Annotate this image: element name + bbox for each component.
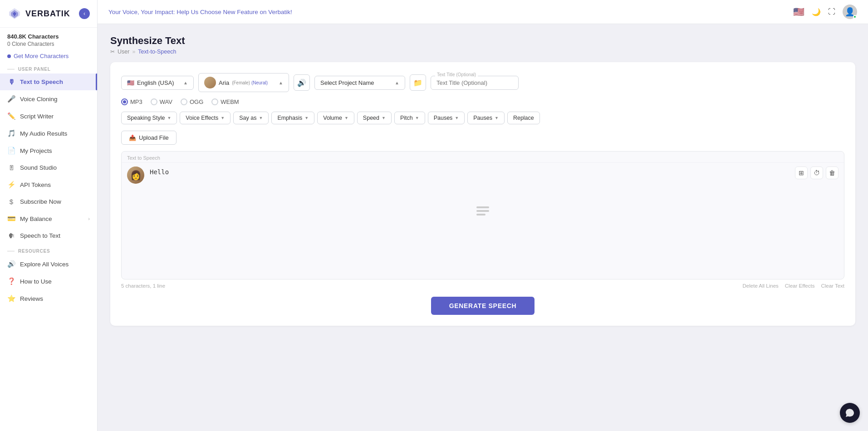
replace-label: Replace bbox=[513, 115, 534, 121]
volume-button[interactable]: Volume ▼ bbox=[317, 112, 354, 124]
sidebar-item-my-balance[interactable]: 💳 My Balance › bbox=[0, 210, 97, 227]
page-header: Synthesize Text ✂ User » Text-to-Speech bbox=[110, 35, 855, 55]
sidebar-item-script-writer-label: Script Writer bbox=[20, 113, 54, 120]
chat-support-button[interactable] bbox=[840, 403, 860, 423]
format-webm[interactable]: WEBM bbox=[211, 98, 239, 105]
generate-speech-button[interactable]: GENERATE SPEECH bbox=[431, 297, 535, 315]
title-input[interactable] bbox=[431, 76, 519, 90]
avatar-image: 👩 bbox=[127, 167, 144, 184]
sidebar-item-my-projects[interactable]: 📄 My Projects bbox=[0, 142, 97, 159]
online-status-indicator bbox=[853, 15, 857, 19]
preview-voice-button[interactable]: 🔊 bbox=[294, 74, 310, 91]
get-more-characters-button[interactable]: Get More Characters bbox=[0, 50, 97, 62]
volume-label: Volume bbox=[323, 115, 342, 121]
dark-mode-icon[interactable]: 🌙 bbox=[812, 8, 821, 16]
fullscreen-icon[interactable]: ⛶ bbox=[828, 8, 835, 16]
format-ogg[interactable]: OGG bbox=[181, 98, 203, 105]
delete-all-lines-link[interactable]: Delete All Lines bbox=[743, 283, 779, 289]
ogg-label: OGG bbox=[190, 98, 203, 105]
script-icon: ✏️ bbox=[7, 112, 15, 120]
project-selector[interactable]: Select Project Name ▲ bbox=[314, 76, 405, 90]
sidebar-item-api-tokens[interactable]: ⚡ API Tokens bbox=[0, 176, 97, 193]
controls-row: 🇺🇸 English (USA) ▲ Aria (Female) (Neural… bbox=[121, 73, 844, 92]
speed-chevron: ▼ bbox=[382, 116, 386, 120]
speaking-style-button[interactable]: Speaking Style ▼ bbox=[121, 112, 177, 124]
language-selector[interactable]: 🇺🇸 English (USA) ▲ bbox=[121, 76, 194, 90]
sidebar-item-subscribe[interactable]: $ Subscribe Now bbox=[0, 193, 97, 210]
flag-icon: 🇺🇸 bbox=[127, 79, 134, 86]
speed-button[interactable]: Speed ▼ bbox=[357, 112, 392, 124]
pitch-chevron: ▼ bbox=[415, 116, 419, 120]
user-avatar-wrap[interactable]: 👤 bbox=[843, 5, 857, 19]
sidebar-item-text-to-speech[interactable]: 🎙 Text to Speech bbox=[0, 73, 97, 90]
delete-text-button[interactable]: 🗑 bbox=[826, 167, 839, 179]
page-content: Synthesize Text ✂ User » Text-to-Speech … bbox=[98, 24, 868, 431]
clear-effects-link[interactable]: Clear Effects bbox=[785, 283, 815, 289]
upload-icon: 📤 bbox=[129, 134, 136, 141]
sidebar-item-my-audio-results[interactable]: 🎵 My Audio Results bbox=[0, 125, 97, 142]
sidebar-logo: VERBATIK ‹ bbox=[0, 0, 97, 28]
say-as-button[interactable]: Say as ▼ bbox=[233, 112, 269, 124]
layers-icon bbox=[476, 206, 489, 216]
pitch-button[interactable]: Pitch ▼ bbox=[394, 112, 425, 124]
format-row: MP3 WAV OGG WEBM bbox=[121, 98, 844, 105]
sidebar-item-how-to-use[interactable]: ❓ How to Use bbox=[0, 273, 97, 290]
chevron-right-icon: › bbox=[88, 216, 90, 221]
speed-label: Speed bbox=[363, 115, 379, 121]
char-count: 5 characters, 1 line bbox=[121, 283, 165, 289]
sidebar-item-text-to-speech-label: Text to Speech bbox=[20, 78, 63, 85]
format-mp3[interactable]: MP3 bbox=[121, 98, 142, 105]
clone-character-count: 0 Clone Characters bbox=[7, 41, 90, 47]
svg-rect-4 bbox=[476, 210, 489, 212]
sidebar-item-subscribe-label: Subscribe Now bbox=[20, 198, 61, 205]
speaking-style-label: Speaking Style bbox=[127, 115, 165, 121]
tts-text-input[interactable]: Hello bbox=[150, 167, 786, 194]
say-as-chevron: ▼ bbox=[259, 116, 263, 120]
verbatik-logo-icon bbox=[7, 6, 22, 21]
settings-text-button[interactable]: ⊞ bbox=[795, 167, 808, 179]
mp3-radio bbox=[121, 98, 128, 105]
sidebar-item-voice-cloning[interactable]: 🎤 Voice Cloning bbox=[0, 90, 97, 108]
add-line-icon[interactable] bbox=[122, 197, 844, 225]
sidebar-item-explore-voices[interactable]: 🔊 Explore All Voices bbox=[0, 255, 97, 273]
explore-icon: 🔊 bbox=[7, 260, 15, 268]
api-icon: ⚡ bbox=[7, 181, 15, 189]
language-flag-icon[interactable]: 🇺🇸 bbox=[793, 6, 804, 17]
chevron-down-icon: ▲ bbox=[183, 80, 188, 85]
folder-button[interactable]: 📁 bbox=[410, 74, 426, 91]
get-more-label: Get More Characters bbox=[14, 53, 69, 59]
voice-selector[interactable]: Aria (Female) (Neural) ▲ bbox=[198, 73, 289, 92]
sidebar-item-script-writer[interactable]: ✏️ Script Writer bbox=[0, 108, 97, 125]
project-label: Select Project Name bbox=[320, 79, 374, 86]
upload-file-button[interactable]: 📤 Upload File bbox=[121, 131, 177, 145]
sidebar-item-how-to-use-label: How to Use bbox=[20, 278, 52, 285]
sidebar-item-speech-to-text[interactable]: 🗣 Speech to Text bbox=[0, 227, 97, 244]
sidebar-item-sound-studio[interactable]: 🎚 Sound Studio bbox=[0, 159, 97, 176]
textarea-footer: 5 characters, 1 line Delete All Lines Cl… bbox=[121, 283, 844, 289]
breadcrumb-home: User bbox=[118, 49, 129, 55]
collapse-sidebar-button[interactable]: ‹ bbox=[79, 8, 90, 19]
emphasis-button[interactable]: Emphasis ▼ bbox=[271, 112, 314, 124]
pauses-button-1[interactable]: Pauses ▼ bbox=[428, 112, 465, 124]
sidebar-item-my-projects-label: My Projects bbox=[20, 147, 52, 154]
voice-cloning-icon: 🎤 bbox=[7, 95, 15, 103]
upload-label: Upload File bbox=[139, 134, 169, 141]
characters-section: 840.8K Characters 0 Clone Characters bbox=[0, 28, 97, 50]
audio-icon: 🎵 bbox=[7, 129, 15, 137]
voice-gender-badge: (Female) (Neural) bbox=[232, 80, 268, 85]
text-row: 👩 Hello ⊞ ⏱ 🗑 bbox=[122, 162, 844, 197]
sidebar-item-reviews[interactable]: ⭐ Reviews bbox=[0, 290, 97, 307]
dot-icon bbox=[7, 54, 11, 58]
replace-button[interactable]: Replace bbox=[507, 112, 540, 124]
say-as-label: Say as bbox=[239, 115, 256, 121]
voice-avatar: 👩 bbox=[127, 167, 144, 184]
clear-text-link[interactable]: Clear Text bbox=[821, 283, 844, 289]
voice-effects-button[interactable]: Voice Effects ▼ bbox=[180, 112, 230, 124]
format-wav[interactable]: WAV bbox=[151, 98, 172, 105]
character-count: 840.8K Characters bbox=[7, 33, 90, 40]
timer-text-button[interactable]: ⏱ bbox=[810, 167, 823, 179]
webm-label: WEBM bbox=[221, 98, 239, 105]
pauses-button-2[interactable]: Pauses ▼ bbox=[467, 112, 505, 124]
voice-avatar-small bbox=[204, 77, 216, 88]
emphasis-label: Emphasis bbox=[277, 115, 302, 121]
